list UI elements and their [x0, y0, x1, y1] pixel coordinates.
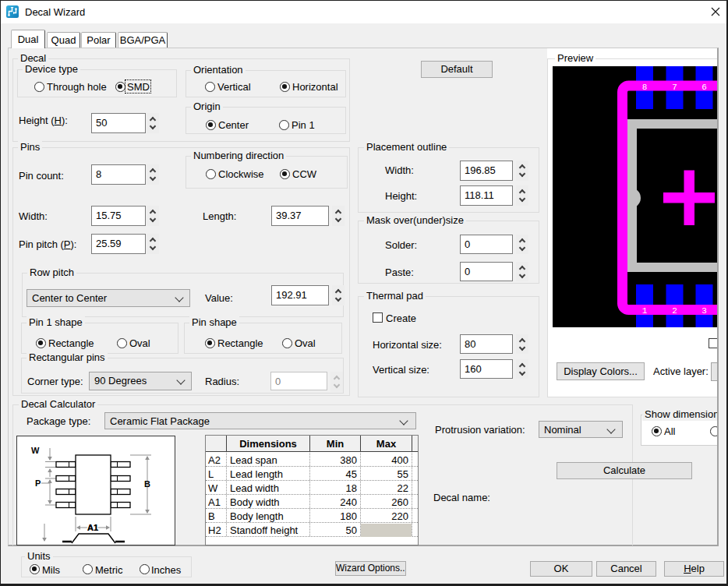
svg-text:3: 3 — [701, 306, 707, 316]
svg-text:A1: A1 — [87, 523, 98, 532]
svg-text:2: 2 — [672, 306, 677, 316]
svg-text:6: 6 — [701, 83, 707, 92]
svg-text:P: P — [35, 478, 41, 488]
svg-text:8: 8 — [642, 83, 648, 92]
svg-text:7: 7 — [672, 83, 677, 92]
svg-text:W: W — [31, 446, 40, 455]
svg-text:1: 1 — [642, 306, 648, 316]
svg-text:B: B — [144, 479, 150, 489]
